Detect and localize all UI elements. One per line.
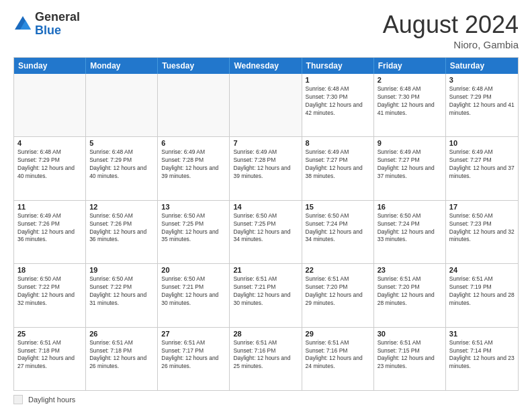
cal-cell: 24Sunrise: 6:51 AMSunset: 7:19 PMDayligh… [446, 264, 518, 326]
day-number: 18 [17, 266, 82, 274]
day-info: Sunrise: 6:51 AMSunset: 7:16 PMDaylight:… [233, 339, 298, 371]
logo-icon [13, 15, 32, 34]
cal-header-day: Thursday [302, 58, 374, 74]
cal-header-day: Monday [86, 58, 158, 74]
day-number: 6 [161, 139, 226, 147]
day-info: Sunrise: 6:50 AMSunset: 7:22 PMDaylight:… [17, 275, 82, 308]
day-number: 11 [17, 203, 82, 211]
day-info: Sunrise: 6:48 AMSunset: 7:29 PMDaylight:… [89, 148, 154, 181]
cal-cell: 19Sunrise: 6:50 AMSunset: 7:22 PMDayligh… [86, 264, 158, 326]
day-number: 25 [17, 330, 82, 338]
day-number: 26 [89, 330, 154, 338]
cal-cell [158, 74, 230, 136]
day-number: 4 [17, 139, 82, 147]
cal-header-day: Tuesday [158, 58, 230, 74]
day-info: Sunrise: 6:48 AMSunset: 7:29 PMDaylight:… [449, 85, 515, 118]
cal-cell: 5Sunrise: 6:48 AMSunset: 7:29 PMDaylight… [86, 137, 158, 199]
cal-cell: 4Sunrise: 6:48 AMSunset: 7:29 PMDaylight… [14, 137, 86, 199]
day-info: Sunrise: 6:50 AMSunset: 7:26 PMDaylight:… [89, 212, 154, 244]
cal-cell: 10Sunrise: 6:49 AMSunset: 7:27 PMDayligh… [446, 137, 518, 199]
day-info: Sunrise: 6:49 AMSunset: 7:26 PMDaylight:… [17, 212, 82, 244]
day-number: 5 [89, 139, 154, 147]
day-number: 27 [161, 330, 226, 338]
cal-cell: 2Sunrise: 6:48 AMSunset: 7:30 PMDaylight… [374, 74, 446, 136]
day-info: Sunrise: 6:51 AMSunset: 7:19 PMDaylight:… [449, 275, 515, 308]
day-number: 3 [449, 76, 515, 84]
cal-cell: 22Sunrise: 6:51 AMSunset: 7:20 PMDayligh… [302, 264, 374, 326]
day-info: Sunrise: 6:51 AMSunset: 7:17 PMDaylight:… [161, 339, 226, 371]
day-number: 29 [306, 330, 370, 338]
legend-box [13, 395, 23, 404]
day-number: 9 [378, 139, 442, 147]
day-info: Sunrise: 6:51 AMSunset: 7:20 PMDaylight:… [378, 275, 442, 308]
day-info: Sunrise: 6:50 AMSunset: 7:25 PMDaylight:… [233, 212, 298, 244]
cal-cell: 7Sunrise: 6:49 AMSunset: 7:28 PMDaylight… [230, 137, 302, 199]
day-number: 14 [233, 203, 298, 211]
cal-cell: 16Sunrise: 6:50 AMSunset: 7:24 PMDayligh… [374, 201, 446, 263]
cal-cell: 20Sunrise: 6:50 AMSunset: 7:21 PMDayligh… [158, 264, 230, 326]
day-info: Sunrise: 6:49 AMSunset: 7:27 PMDaylight:… [449, 148, 515, 181]
cal-cell: 3Sunrise: 6:48 AMSunset: 7:29 PMDaylight… [446, 74, 518, 136]
cal-cell: 25Sunrise: 6:51 AMSunset: 7:18 PMDayligh… [14, 328, 86, 390]
day-info: Sunrise: 6:48 AMSunset: 7:29 PMDaylight:… [17, 148, 82, 181]
day-info: Sunrise: 6:50 AMSunset: 7:24 PMDaylight:… [306, 212, 370, 244]
cal-header-day: Wednesday [230, 58, 302, 74]
cal-row: 1Sunrise: 6:48 AMSunset: 7:30 PMDaylight… [14, 74, 518, 136]
day-info: Sunrise: 6:49 AMSunset: 7:27 PMDaylight:… [378, 148, 442, 181]
day-number: 23 [378, 266, 442, 274]
calendar-body: 1Sunrise: 6:48 AMSunset: 7:30 PMDaylight… [14, 74, 518, 390]
day-info: Sunrise: 6:49 AMSunset: 7:27 PMDaylight:… [306, 148, 370, 181]
title-block: August 2024 Nioro, Gambia [383, 11, 519, 50]
day-info: Sunrise: 6:51 AMSunset: 7:18 PMDaylight:… [89, 339, 154, 371]
header: General Blue August 2024 Nioro, Gambia [13, 11, 519, 50]
cal-cell [14, 74, 86, 136]
day-info: Sunrise: 6:50 AMSunset: 7:22 PMDaylight:… [89, 275, 154, 308]
day-number: 7 [233, 139, 298, 147]
day-info: Sunrise: 6:51 AMSunset: 7:20 PMDaylight:… [306, 275, 370, 308]
cal-cell: 26Sunrise: 6:51 AMSunset: 7:18 PMDayligh… [86, 328, 158, 390]
cal-cell: 13Sunrise: 6:50 AMSunset: 7:25 PMDayligh… [158, 201, 230, 263]
calendar-header: SundayMondayTuesdayWednesdayThursdayFrid… [14, 58, 518, 74]
cal-cell: 12Sunrise: 6:50 AMSunset: 7:26 PMDayligh… [86, 201, 158, 263]
logo-blue: Blue [35, 24, 61, 37]
day-number: 12 [89, 203, 154, 211]
day-number: 30 [378, 330, 442, 338]
logo-general: General [35, 10, 80, 24]
day-number: 2 [378, 76, 442, 84]
day-info: Sunrise: 6:51 AMSunset: 7:15 PMDaylight:… [378, 339, 442, 371]
cal-cell: 14Sunrise: 6:50 AMSunset: 7:25 PMDayligh… [230, 201, 302, 263]
day-number: 21 [233, 266, 298, 274]
calendar: SundayMondayTuesdayWednesdayThursdayFrid… [13, 57, 519, 391]
day-number: 31 [449, 330, 515, 338]
day-info: Sunrise: 6:50 AMSunset: 7:23 PMDaylight:… [449, 212, 515, 244]
cal-row: 18Sunrise: 6:50 AMSunset: 7:22 PMDayligh… [14, 263, 518, 326]
logo-text: General Blue [35, 11, 80, 38]
cal-cell: 27Sunrise: 6:51 AMSunset: 7:17 PMDayligh… [158, 328, 230, 390]
cal-row: 11Sunrise: 6:49 AMSunset: 7:26 PMDayligh… [14, 200, 518, 263]
cal-cell: 11Sunrise: 6:49 AMSunset: 7:26 PMDayligh… [14, 201, 86, 263]
day-info: Sunrise: 6:49 AMSunset: 7:28 PMDaylight:… [161, 148, 226, 181]
day-info: Sunrise: 6:48 AMSunset: 7:30 PMDaylight:… [306, 85, 370, 118]
cal-cell: 29Sunrise: 6:51 AMSunset: 7:16 PMDayligh… [302, 328, 374, 390]
day-info: Sunrise: 6:51 AMSunset: 7:16 PMDaylight:… [306, 339, 370, 371]
cal-cell: 21Sunrise: 6:51 AMSunset: 7:21 PMDayligh… [230, 264, 302, 326]
day-info: Sunrise: 6:51 AMSunset: 7:21 PMDaylight:… [233, 275, 298, 308]
day-number: 22 [306, 266, 370, 274]
day-number: 17 [449, 203, 515, 211]
day-number: 8 [306, 139, 370, 147]
day-info: Sunrise: 6:49 AMSunset: 7:28 PMDaylight:… [233, 148, 298, 181]
cal-header-day: Sunday [14, 58, 86, 74]
day-number: 13 [161, 203, 226, 211]
cal-row: 25Sunrise: 6:51 AMSunset: 7:18 PMDayligh… [14, 327, 518, 390]
cal-cell [230, 74, 302, 136]
cal-row: 4Sunrise: 6:48 AMSunset: 7:29 PMDaylight… [14, 136, 518, 199]
day-number: 24 [449, 266, 515, 274]
day-info: Sunrise: 6:50 AMSunset: 7:21 PMDaylight:… [161, 275, 226, 308]
cal-cell: 18Sunrise: 6:50 AMSunset: 7:22 PMDayligh… [14, 264, 86, 326]
cal-header-day: Saturday [446, 58, 518, 74]
day-info: Sunrise: 6:50 AMSunset: 7:25 PMDaylight:… [161, 212, 226, 244]
day-number: 1 [306, 76, 370, 84]
page: General Blue August 2024 Nioro, Gambia S… [0, 0, 532, 411]
day-number: 16 [378, 203, 442, 211]
day-info: Sunrise: 6:51 AMSunset: 7:14 PMDaylight:… [449, 339, 515, 371]
